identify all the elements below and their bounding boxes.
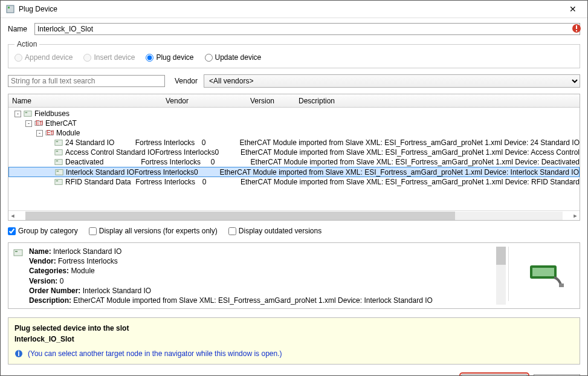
svg-text:Ether: Ether (36, 119, 43, 126)
hint-box: Plug selected device into the slot Inter… (8, 317, 580, 365)
tree-node-module[interactable]: -EtherModule (8, 128, 580, 138)
action-group: Action Append device Insert device Plug … (8, 40, 580, 68)
info-icon: i (15, 349, 23, 358)
svg-rect-12 (56, 141, 59, 142)
table-row[interactable]: RFID Standard DataFortress Interlocks0Et… (8, 177, 580, 187)
svg-rect-25 (559, 284, 564, 287)
close-icon[interactable]: ✕ (561, 1, 585, 18)
collapse-icon[interactable]: - (36, 130, 43, 137)
device-image (508, 247, 575, 301)
svg-rect-15 (55, 160, 62, 165)
check-group[interactable]: Group by category (8, 227, 78, 235)
table-row[interactable]: Access Control Standard IOFortress Inter… (8, 147, 580, 157)
hint-line1: Plug selected device into the slot (15, 324, 129, 332)
titlebar: Plug Device ✕ (1, 1, 587, 18)
svg-rect-3 (576, 25, 577, 29)
svg-rect-14 (56, 151, 59, 152)
search-row: Vendor <All vendors> (8, 74, 580, 88)
svg-text:i: i (18, 349, 19, 358)
vendor-label: Vendor (175, 77, 198, 85)
radio-plug[interactable]: Plug device (146, 53, 193, 62)
device-icon (5, 4, 15, 14)
scroll-left-icon[interactable]: ◄ (8, 212, 17, 220)
col-version[interactable]: Version (250, 97, 299, 105)
name-label: Name (8, 25, 28, 33)
vendor-select[interactable]: <All vendors> (204, 74, 580, 88)
table-row[interactable]: 24 Standard IOFortress Interlocks0EtherC… (8, 138, 580, 147)
svg-rect-4 (576, 30, 577, 31)
action-legend: Action (15, 40, 39, 48)
svg-rect-0 (7, 5, 14, 13)
check-outdated[interactable]: Display outdated versions (228, 227, 321, 235)
svg-rect-16 (56, 160, 59, 161)
col-description[interactable]: Description (299, 97, 580, 105)
detail-vscroll[interactable] (496, 247, 506, 305)
svg-rect-5 (24, 111, 31, 117)
svg-rect-22 (15, 251, 18, 252)
svg-rect-20 (56, 180, 59, 181)
name-input[interactable] (34, 23, 580, 35)
radio-append: Append device (15, 53, 73, 62)
svg-rect-18 (57, 170, 59, 172)
device-icon (13, 248, 23, 258)
checks-row: Group by category Display all versions (… (8, 227, 580, 235)
detail-lines: Name: Interlock Standard IO Vendor: Fort… (29, 247, 502, 305)
svg-rect-1 (8, 7, 10, 8)
col-vendor[interactable]: Vendor (166, 97, 250, 105)
scroll-right-icon[interactable]: ► (571, 212, 580, 220)
svg-rect-24 (532, 268, 554, 276)
radio-update[interactable]: Update device (205, 53, 262, 62)
collapse-icon[interactable]: - (25, 120, 32, 127)
device-grid: Name Vendor Version Description -Fieldbu… (8, 94, 580, 221)
tree-node-ethercat[interactable]: -EtherEtherCAT (8, 118, 580, 128)
col-name[interactable]: Name (8, 97, 166, 105)
svg-rect-19 (55, 180, 62, 185)
table-row[interactable]: Interlock Standard IOFortress Interlocks… (8, 167, 580, 177)
svg-rect-13 (55, 150, 62, 155)
collapse-icon[interactable]: - (15, 111, 21, 117)
search-input[interactable] (8, 75, 165, 87)
svg-rect-21 (14, 250, 22, 256)
radio-insert: Insert device (83, 53, 135, 62)
grid-header: Name Vendor Version Description (8, 94, 580, 108)
svg-text:Ether: Ether (47, 129, 54, 136)
name-row: Name (8, 23, 580, 35)
tree-node-fieldbuses[interactable]: -Fieldbuses (8, 109, 580, 118)
table-row[interactable]: DeactivatedFortress Interlocks0EtherCAT … (8, 157, 580, 167)
hint-line2: Interlock_IO_Slot (15, 335, 74, 343)
grid-hscroll[interactable]: ◄ ► (8, 210, 580, 220)
warning-icon (572, 24, 581, 33)
check-allver[interactable]: Display all versions (for experts only) (89, 227, 218, 235)
detail-box: Name: Interlock Standard IO Vendor: Fort… (8, 242, 580, 309)
window-title: Plug Device (19, 5, 561, 13)
svg-rect-6 (25, 112, 28, 113)
hint-info-text: (You can select another target node in t… (28, 348, 282, 359)
svg-rect-11 (55, 140, 62, 146)
svg-rect-17 (56, 169, 63, 175)
